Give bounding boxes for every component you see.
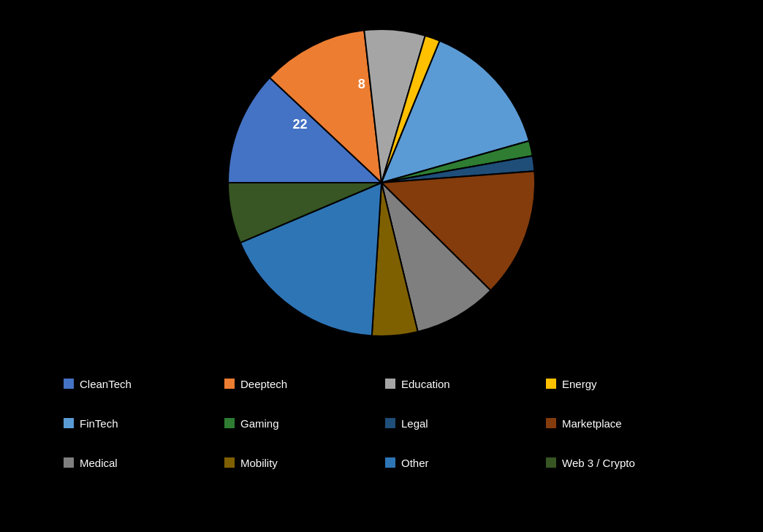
- legend-color-swatch: [546, 457, 556, 468]
- legend: CleanTechDeeptechEducationEnergyFinTechG…: [20, 365, 743, 481]
- legend-item-legal: Legal: [385, 405, 539, 441]
- legend-label-text: Medical: [80, 457, 118, 469]
- legend-label-text: Deeptech: [240, 378, 287, 390]
- legend-color-swatch: [224, 418, 235, 428]
- legend-color-swatch: [546, 379, 556, 389]
- legend-item-web-3--crypto: Web 3 / Crypto: [546, 444, 699, 481]
- legend-label-text: Web 3 / Crypto: [562, 457, 635, 469]
- legend-label-text: Marketplace: [562, 417, 622, 430]
- legend-label-text: Mobility: [240, 457, 278, 469]
- legend-item-fintech: FinTech: [64, 405, 217, 441]
- legend-label-text: FinTech: [80, 417, 118, 430]
- pie-chart-wrapper: 151482182217116228: [213, 15, 550, 351]
- legend-color-swatch: [224, 457, 235, 468]
- legend-item-medical: Medical: [64, 444, 217, 481]
- legend-item-other: Other: [385, 444, 539, 481]
- legend-color-swatch: [385, 418, 395, 428]
- legend-color-swatch: [224, 379, 235, 389]
- legend-color-swatch: [64, 418, 74, 428]
- legend-color-swatch: [546, 418, 556, 428]
- pie-label-web-3-/-crypto: 8: [358, 77, 365, 91]
- legend-label-text: Energy: [562, 378, 597, 390]
- legend-item-gaming: Gaming: [224, 405, 378, 441]
- legend-item-marketplace: Marketplace: [546, 405, 699, 441]
- legend-color-swatch: [64, 379, 74, 389]
- legend-item-deeptech: Deeptech: [224, 365, 378, 402]
- chart-container: 151482182217116228 CleanTechDeeptechEduc…: [0, 0, 763, 481]
- pie-chart-svg: 151482182217116228: [213, 15, 550, 351]
- legend-label-text: Other: [401, 457, 429, 469]
- legend-label-text: CleanTech: [80, 378, 132, 390]
- legend-label-text: Education: [401, 378, 450, 390]
- legend-item-education: Education: [385, 365, 539, 402]
- legend-item-cleantech: CleanTech: [64, 365, 217, 402]
- legend-color-swatch: [385, 457, 395, 468]
- pie-label-other: 22: [293, 117, 308, 132]
- legend-item-energy: Energy: [546, 365, 699, 402]
- legend-color-swatch: [64, 457, 74, 468]
- legend-label-text: Legal: [401, 417, 428, 430]
- legend-label-text: Gaming: [240, 417, 279, 430]
- legend-color-swatch: [385, 379, 395, 389]
- legend-item-mobility: Mobility: [224, 444, 378, 481]
